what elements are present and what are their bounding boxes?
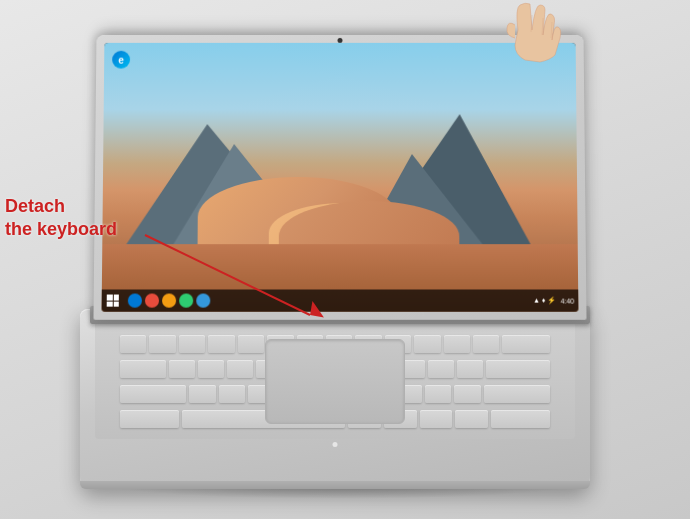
taskbar: ▲ ♦ ⚡ 4:40 <box>102 289 579 311</box>
key <box>120 360 166 378</box>
key <box>428 360 454 378</box>
key <box>502 335 550 353</box>
win-quad <box>113 301 119 307</box>
key <box>120 410 179 428</box>
windows-start-button[interactable] <box>106 294 120 308</box>
key <box>457 360 483 378</box>
taskbar-icon[interactable] <box>196 294 210 308</box>
edge-taskbar-icon[interactable] <box>128 294 142 308</box>
key <box>120 335 146 353</box>
win-quad <box>107 301 113 307</box>
key <box>198 360 224 378</box>
taskbar-icon[interactable] <box>179 294 193 308</box>
clock: 4:40 <box>561 297 575 304</box>
taskbar-icon[interactable] <box>162 294 176 308</box>
windows-logo-icon <box>107 295 119 307</box>
annotation-line1: Detach <box>5 196 65 216</box>
key <box>491 410 550 428</box>
scene: e <box>0 0 690 519</box>
annotation-line2: the keyboard <box>5 219 117 239</box>
key <box>473 335 499 353</box>
hand-svg <box>480 0 580 90</box>
taskbar-right: ▲ ♦ ⚡ 4:40 <box>533 297 574 305</box>
edge-browser-icon: e <box>112 51 130 69</box>
key <box>169 360 195 378</box>
key <box>414 335 440 353</box>
keyboard-deck <box>95 319 575 439</box>
key <box>189 385 215 403</box>
key <box>227 360 253 378</box>
key <box>120 385 186 403</box>
key <box>484 385 550 403</box>
key <box>149 335 175 353</box>
key <box>208 335 234 353</box>
touchpad[interactable] <box>265 339 405 424</box>
keyboard-base <box>80 309 590 489</box>
key <box>425 385 451 403</box>
key <box>486 360 550 378</box>
keyboard-led <box>333 442 338 447</box>
taskbar-icon[interactable] <box>145 294 159 308</box>
key <box>444 335 470 353</box>
win-quad <box>107 295 113 301</box>
key <box>420 410 453 428</box>
key <box>455 410 488 428</box>
keyboard-bottom-edge <box>80 481 590 489</box>
key <box>454 385 480 403</box>
key <box>219 385 245 403</box>
annotation-label: Detach the keyboard <box>5 195 117 242</box>
system-tray: ▲ ♦ ⚡ <box>533 297 557 305</box>
win-quad <box>113 295 119 301</box>
key <box>179 335 205 353</box>
taskbar-icons <box>128 294 211 308</box>
key <box>238 335 264 353</box>
